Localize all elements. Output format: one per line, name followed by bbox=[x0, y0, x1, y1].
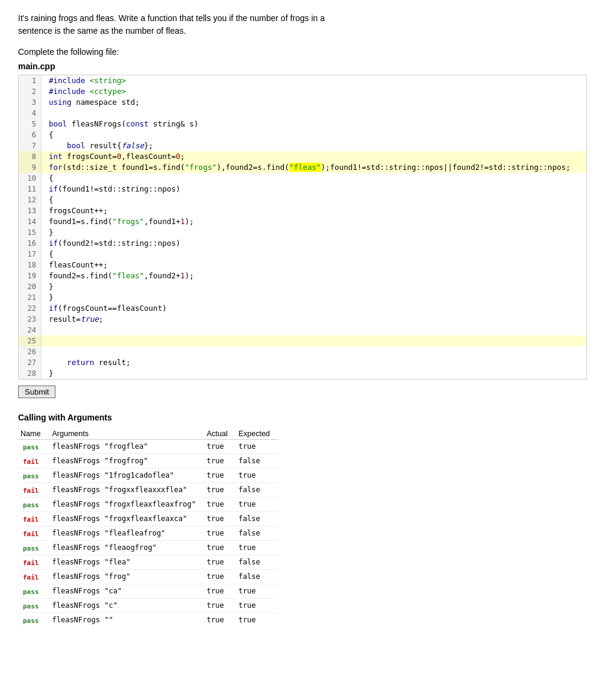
line-code: } bbox=[42, 292, 586, 303]
table-row: 9for(std::size_t found1=s.find("frogs"),… bbox=[19, 162, 586, 173]
code-editor: 1#include <string>2#include <cctype>3usi… bbox=[18, 75, 587, 380]
col-header-name: Name bbox=[18, 428, 50, 440]
col-header-actual: Actual bbox=[204, 428, 236, 440]
pass-badge: pass bbox=[20, 544, 42, 553]
test-function-name: fleasNFrogs "ca" bbox=[50, 584, 204, 599]
test-function-name: fleasNFrogs "frogxfleaxfleaxca" bbox=[50, 512, 204, 527]
table-row: 21} bbox=[19, 292, 586, 303]
test-expected: true bbox=[236, 498, 278, 512]
status-badge: fail bbox=[18, 512, 50, 527]
description-line2: sentence is the same as the number of fl… bbox=[18, 25, 587, 37]
test-expected: true bbox=[236, 599, 278, 613]
line-code: #include <string> bbox=[42, 75, 586, 86]
status-badge: pass bbox=[18, 584, 50, 599]
table-row: 26 bbox=[19, 346, 586, 357]
line-code: { bbox=[42, 195, 586, 205]
status-badge: pass bbox=[18, 469, 50, 483]
line-code: } bbox=[42, 281, 586, 292]
status-badge: fail bbox=[18, 527, 50, 541]
test-actual: true bbox=[204, 469, 236, 483]
line-number: 16 bbox=[19, 238, 42, 249]
line-code bbox=[42, 346, 586, 357]
line-code: return result; bbox=[42, 357, 586, 368]
table-row: passfleasNFrogs "frogflea"truetrue bbox=[18, 440, 278, 454]
line-code: { bbox=[42, 130, 586, 140]
test-expected: true bbox=[236, 584, 278, 599]
status-badge: pass bbox=[18, 599, 50, 613]
line-number: 5 bbox=[19, 119, 42, 130]
test-expected: false bbox=[236, 483, 278, 498]
test-expected: true bbox=[236, 613, 278, 628]
table-row: 6{ bbox=[19, 130, 586, 140]
test-actual: true bbox=[204, 584, 236, 599]
pass-badge: pass bbox=[20, 472, 42, 481]
line-code: bool fleasNFrogs(const string& s) bbox=[42, 119, 586, 130]
table-row: 15} bbox=[19, 227, 586, 238]
line-number: 10 bbox=[19, 173, 42, 184]
status-badge: pass bbox=[18, 440, 50, 454]
submit-button[interactable]: Submit bbox=[18, 386, 55, 398]
test-expected: true bbox=[236, 541, 278, 555]
table-row: 5bool fleasNFrogs(const string& s) bbox=[19, 119, 586, 130]
status-badge: fail bbox=[18, 555, 50, 570]
table-row: 10{ bbox=[19, 173, 586, 184]
line-number: 2 bbox=[19, 86, 42, 97]
table-row: 8int frogsCount=0,fleasCount=0; bbox=[19, 151, 586, 162]
line-number: 27 bbox=[19, 357, 42, 368]
line-code: found1=s.find("frogs",found1+1); bbox=[42, 216, 586, 227]
test-function-name: fleasNFrogs "flea" bbox=[50, 555, 204, 570]
test-actual: true bbox=[204, 454, 236, 469]
pass-badge: pass bbox=[20, 501, 42, 510]
table-row: 25 bbox=[19, 336, 586, 346]
line-code: { bbox=[42, 249, 586, 260]
line-code: if(found2!=std::string::npos) bbox=[42, 238, 586, 249]
status-badge: pass bbox=[18, 613, 50, 628]
test-table: Name Arguments Actual Expected passfleas… bbox=[18, 428, 278, 627]
status-badge: fail bbox=[18, 570, 50, 584]
test-expected: false bbox=[236, 570, 278, 584]
line-number: 25 bbox=[19, 336, 42, 346]
line-number: 11 bbox=[19, 184, 42, 195]
line-code: for(std::size_t found1=s.find("frogs"),f… bbox=[42, 162, 586, 173]
line-number: 21 bbox=[19, 292, 42, 303]
test-function-name: fleasNFrogs "fleafleafrog" bbox=[50, 527, 204, 541]
test-function-name: fleasNFrogs "frogxxfleaxxxflea" bbox=[50, 483, 204, 498]
line-code: int frogsCount=0,fleasCount=0; bbox=[42, 151, 586, 162]
test-actual: true bbox=[204, 440, 236, 454]
line-code bbox=[42, 336, 586, 346]
test-actual: true bbox=[204, 541, 236, 555]
line-code: fleasCount++; bbox=[42, 260, 586, 270]
pass-badge: pass bbox=[20, 602, 42, 611]
table-row: 18fleasCount++; bbox=[19, 260, 586, 270]
test-expected: true bbox=[236, 440, 278, 454]
fail-badge: fail bbox=[20, 486, 42, 495]
test-actual: true bbox=[204, 512, 236, 527]
test-expected: false bbox=[236, 527, 278, 541]
line-number: 26 bbox=[19, 346, 42, 357]
table-row: 2#include <cctype> bbox=[19, 86, 586, 97]
table-row: 16if(found2!=std::string::npos) bbox=[19, 238, 586, 249]
table-row: 12{ bbox=[19, 195, 586, 205]
table-row: failfleasNFrogs "frog"truefalse bbox=[18, 570, 278, 584]
test-function-name: fleasNFrogs "frogfrog" bbox=[50, 454, 204, 469]
test-actual: true bbox=[204, 527, 236, 541]
line-code: found2=s.find("fleas",found2+1); bbox=[42, 270, 586, 281]
fail-badge: fail bbox=[20, 530, 42, 539]
table-row: passfleasNFrogs ""truetrue bbox=[18, 613, 278, 628]
line-code: } bbox=[42, 227, 586, 238]
table-row: 7 bool result{false}; bbox=[19, 140, 586, 151]
fail-badge: fail bbox=[20, 515, 42, 524]
fail-badge: fail bbox=[20, 457, 42, 466]
pass-badge: pass bbox=[20, 616, 42, 625]
table-row: 3using namespace std; bbox=[19, 97, 586, 108]
table-row: failfleasNFrogs "frogxfleaxfleaxca"truef… bbox=[18, 512, 278, 527]
table-row: passfleasNFrogs "c"truetrue bbox=[18, 599, 278, 613]
line-code bbox=[42, 108, 586, 119]
line-number: 12 bbox=[19, 195, 42, 205]
test-function-name: fleasNFrogs "c" bbox=[50, 599, 204, 613]
test-expected: false bbox=[236, 454, 278, 469]
line-code: result=true; bbox=[42, 314, 586, 325]
line-number: 18 bbox=[19, 260, 42, 270]
line-number: 9 bbox=[19, 162, 42, 173]
table-row: 4 bbox=[19, 108, 586, 119]
